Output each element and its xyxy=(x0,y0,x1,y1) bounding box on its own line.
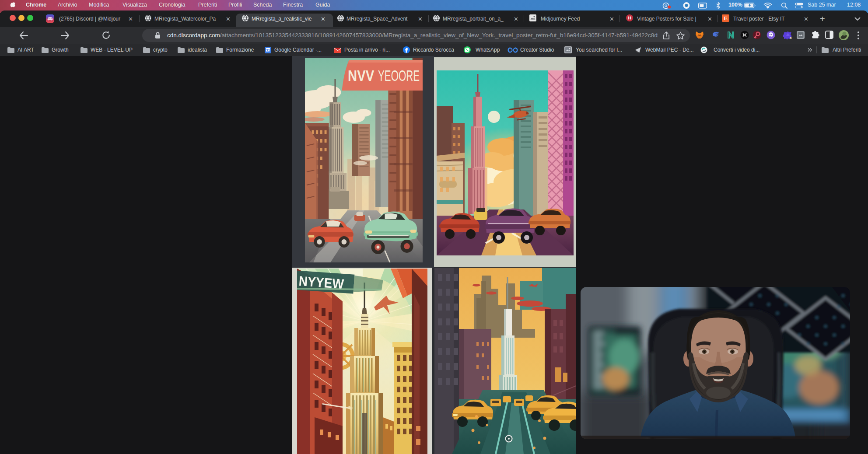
svg-text:E: E xyxy=(724,15,728,21)
svg-text:5: 5 xyxy=(790,36,792,40)
svg-text:31: 31 xyxy=(266,48,270,52)
svg-text:NYYEW: NYYEW xyxy=(298,273,345,292)
svg-text:YEOORE: YEOORE xyxy=(378,66,420,84)
svg-text:NVV: NVV xyxy=(348,66,374,84)
